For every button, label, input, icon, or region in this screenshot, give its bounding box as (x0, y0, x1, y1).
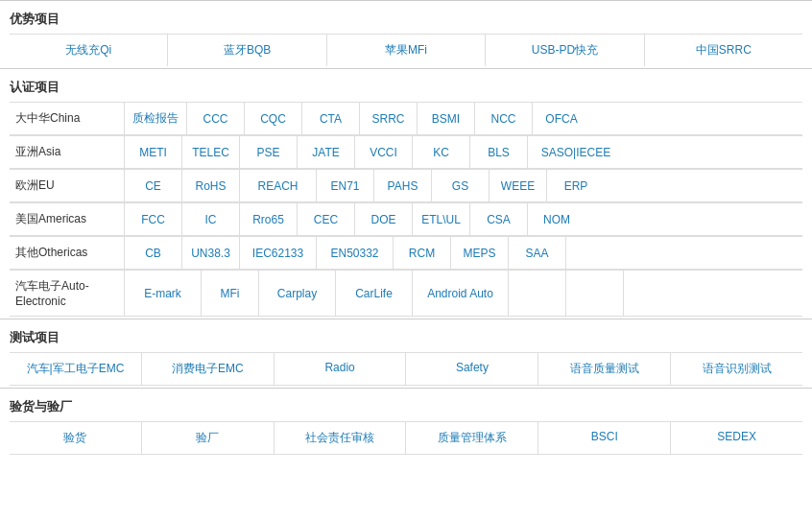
cert-cell-americas-6[interactable]: CSA (470, 203, 528, 235)
cert-cell-other-1[interactable]: UN38.3 (182, 237, 240, 269)
advantage-item-0[interactable]: 无线充Qi (10, 35, 168, 66)
verification-row: 验货 验厂 社会责任审核 质量管理体系 BSCI SEDEX (10, 421, 802, 455)
cert-cell-auto-4[interactable]: Android Auto (413, 271, 509, 316)
verify-item-5[interactable]: SEDEX (671, 422, 802, 454)
cert-label-eu: 欧洲EU (10, 170, 125, 201)
cert-cell-auto-5 (509, 271, 566, 316)
cert-label-americas: 美国Americas (10, 203, 125, 235)
cert-cell-auto-2[interactable]: Carplay (259, 271, 336, 316)
certification-title: 认证项目 (10, 75, 802, 102)
test-item-3[interactable]: Safety (406, 353, 538, 385)
cert-cell-other-2[interactable]: IEC62133 (240, 237, 317, 269)
cert-cell-eu-3[interactable]: EN71 (317, 170, 374, 201)
cert-cell-auto-0[interactable]: E-mark (125, 271, 202, 316)
advantage-row: 无线充Qi 蓝牙BQB 苹果MFi USB-PD快充 中国SRRC (10, 34, 802, 66)
verify-item-3[interactable]: 质量管理体系 (406, 422, 538, 454)
cert-cells-eu: CE RoHS REACH EN71 PAHS GS WEEE ERP (125, 170, 802, 201)
cert-row-eu: 欧洲EU CE RoHS REACH EN71 PAHS GS WEEE ERP (10, 169, 802, 202)
cert-cell-americas-2[interactable]: Rro65 (240, 203, 298, 235)
testing-title: 测试项目 (10, 325, 802, 352)
cert-cell-china-2[interactable]: CQC (245, 103, 302, 134)
cert-cell-other-7 (566, 237, 624, 269)
cert-cell-auto-6 (566, 271, 624, 316)
cert-cell-other-3[interactable]: EN50332 (317, 237, 394, 269)
cert-cell-asia-2[interactable]: PSE (240, 136, 298, 168)
test-item-1[interactable]: 消费电子EMC (142, 353, 275, 385)
advantage-item-3[interactable]: USB-PD快充 (486, 35, 644, 66)
cert-cell-other-4[interactable]: RCM (394, 237, 451, 269)
cert-cell-asia-7[interactable]: SASO|IECEE (528, 136, 624, 168)
cert-cell-asia-1[interactable]: TELEC (182, 136, 240, 168)
testing-row: 汽车|军工电子EMC 消费电子EMC Radio Safety 语音质量测试 语… (10, 352, 802, 386)
cert-cell-china-5[interactable]: BSMI (418, 103, 475, 134)
cert-cell-other-6[interactable]: SAA (509, 237, 566, 269)
cert-cell-china-1[interactable]: CCC (187, 103, 245, 134)
cert-cell-asia-6[interactable]: BLS (470, 136, 528, 168)
cert-cell-other-5[interactable]: MEPS (451, 237, 509, 269)
cert-cells-asia: METI TELEC PSE JATE VCCI KC BLS SASO|IEC… (125, 136, 802, 168)
cert-cell-eu-1[interactable]: RoHS (182, 170, 240, 201)
cert-label-auto: 汽车电子Auto-Electronic (10, 271, 125, 316)
cert-cell-eu-0[interactable]: CE (125, 170, 182, 201)
cert-cell-americas-7[interactable]: NOM (528, 203, 585, 235)
cert-cell-americas-0[interactable]: FCC (125, 203, 182, 235)
cert-label-china: 大中华China (10, 103, 125, 134)
cert-cell-eu-4[interactable]: PAHS (374, 170, 432, 201)
cert-label-other: 其他Othericas (10, 237, 125, 269)
cert-cell-asia-0[interactable]: METI (125, 136, 182, 168)
verify-item-1[interactable]: 验厂 (142, 422, 275, 454)
cert-cells-americas: FCC IC Rro65 CEC DOE ETL\UL CSA NOM (125, 203, 802, 235)
advantage-item-2[interactable]: 苹果MFi (327, 35, 486, 66)
cert-row-asia: 亚洲Asia METI TELEC PSE JATE VCCI KC BLS S… (10, 135, 802, 169)
cert-cell-other-0[interactable]: CB (125, 237, 182, 269)
cert-cell-americas-4[interactable]: DOE (355, 203, 413, 235)
cert-cell-asia-3[interactable]: JATE (298, 136, 355, 168)
cert-cell-china-0[interactable]: 质检报告 (125, 103, 187, 134)
cert-cell-eu-7[interactable]: ERP (547, 170, 605, 201)
cert-cell-eu-2[interactable]: REACH (240, 170, 317, 201)
cert-cell-china-3[interactable]: CTA (302, 103, 360, 134)
verify-item-4[interactable]: BSCI (538, 422, 671, 454)
cert-cell-auto-7 (624, 271, 681, 316)
cert-cells-china: 质检报告 CCC CQC CTA SRRC BSMI NCC OFCA (125, 103, 802, 134)
advantage-item-1[interactable]: 蓝牙BQB (168, 35, 326, 66)
verify-item-2[interactable]: 社会责任审核 (275, 422, 407, 454)
cert-cell-china-7[interactable]: OFCA (533, 103, 590, 134)
verify-item-0[interactable]: 验货 (10, 422, 142, 454)
test-item-2[interactable]: Radio (275, 353, 407, 385)
cert-cell-americas-5[interactable]: ETL\UL (413, 203, 470, 235)
certification-section: 认证项目 大中华China 质检报告 CCC CQC CTA SRRC BSMI… (0, 68, 812, 319)
cert-row-americas: 美国Americas FCC IC Rro65 CEC DOE ETL\UL C… (10, 202, 802, 236)
cert-cell-asia-5[interactable]: KC (413, 136, 470, 168)
verification-section: 验货与验厂 验货 验厂 社会责任审核 质量管理体系 BSCI SEDEX (0, 388, 812, 457)
cert-cell-auto-3[interactable]: CarLife (336, 271, 413, 316)
cert-cell-americas-1[interactable]: IC (182, 203, 240, 235)
advantage-item-4[interactable]: 中国SRRC (645, 35, 802, 66)
verification-title: 验货与验厂 (10, 394, 802, 421)
cert-cell-auto-1[interactable]: MFi (202, 271, 259, 316)
cert-row-china: 大中华China 质检报告 CCC CQC CTA SRRC BSMI NCC … (10, 102, 802, 135)
cert-cell-china-4[interactable]: SRRC (360, 103, 418, 134)
advantage-title: 优势项目 (10, 7, 802, 34)
cert-label-asia: 亚洲Asia (10, 136, 125, 168)
cert-cells-other: CB UN38.3 IEC62133 EN50332 RCM MEPS SAA (125, 237, 802, 269)
cert-cells-auto: E-mark MFi Carplay CarLife Android Auto (125, 271, 802, 316)
testing-section: 测试项目 汽车|军工电子EMC 消费电子EMC Radio Safety 语音质… (0, 319, 812, 388)
cert-cell-eu-6[interactable]: WEEE (490, 170, 547, 201)
advantage-section: 优势项目 无线充Qi 蓝牙BQB 苹果MFi USB-PD快充 中国SRRC (0, 0, 812, 68)
cert-cell-asia-4[interactable]: VCCI (355, 136, 413, 168)
test-item-5[interactable]: 语音识别测试 (671, 353, 802, 385)
cert-cell-americas-3[interactable]: CEC (298, 203, 355, 235)
cert-cell-china-6[interactable]: NCC (475, 103, 533, 134)
test-item-0[interactable]: 汽车|军工电子EMC (10, 353, 142, 385)
cert-row-auto: 汽车电子Auto-Electronic E-mark MFi Carplay C… (10, 270, 802, 317)
test-item-4[interactable]: 语音质量测试 (538, 353, 671, 385)
cert-row-other: 其他Othericas CB UN38.3 IEC62133 EN50332 R… (10, 236, 802, 270)
cert-cell-eu-5[interactable]: GS (432, 170, 490, 201)
